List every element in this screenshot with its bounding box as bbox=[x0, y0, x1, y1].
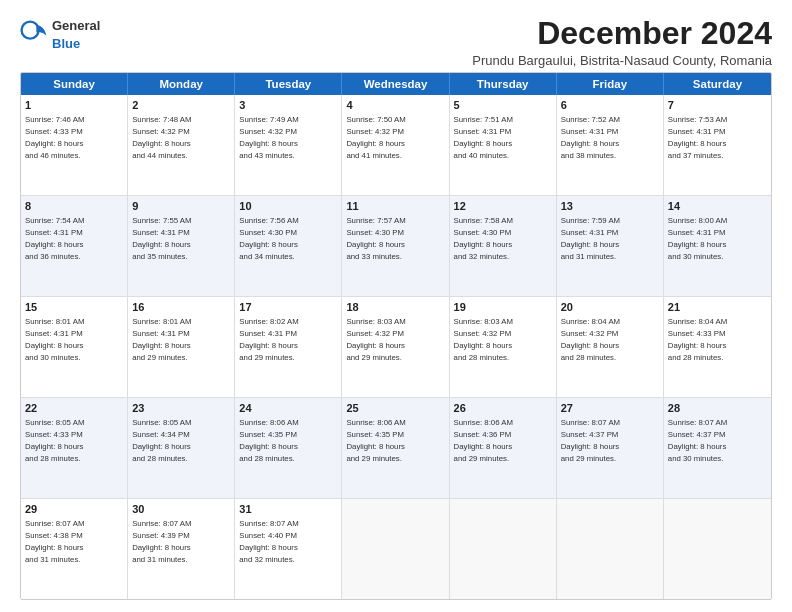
day-cell-15: 15Sunrise: 8:01 AM Sunset: 4:31 PM Dayli… bbox=[21, 297, 128, 397]
day-info: Sunrise: 7:50 AM Sunset: 4:32 PM Dayligh… bbox=[346, 115, 405, 160]
header-day-saturday: Saturday bbox=[664, 73, 771, 95]
calendar-header: SundayMondayTuesdayWednesdayThursdayFrid… bbox=[21, 73, 771, 95]
calendar-body: 1Sunrise: 7:46 AM Sunset: 4:33 PM Daylig… bbox=[21, 95, 771, 599]
logo: General Blue bbox=[20, 16, 100, 52]
day-info: Sunrise: 8:01 AM Sunset: 4:31 PM Dayligh… bbox=[132, 317, 191, 362]
day-cell-26: 26Sunrise: 8:06 AM Sunset: 4:36 PM Dayli… bbox=[450, 398, 557, 498]
day-number: 29 bbox=[25, 502, 123, 517]
day-info: Sunrise: 7:58 AM Sunset: 4:30 PM Dayligh… bbox=[454, 216, 513, 261]
day-info: Sunrise: 7:54 AM Sunset: 4:31 PM Dayligh… bbox=[25, 216, 84, 261]
day-info: Sunrise: 8:00 AM Sunset: 4:31 PM Dayligh… bbox=[668, 216, 727, 261]
calendar-row-5: 29Sunrise: 8:07 AM Sunset: 4:38 PM Dayli… bbox=[21, 499, 771, 599]
day-info: Sunrise: 8:06 AM Sunset: 4:35 PM Dayligh… bbox=[346, 418, 405, 463]
day-number: 19 bbox=[454, 300, 552, 315]
day-number: 27 bbox=[561, 401, 659, 416]
calendar-row-3: 15Sunrise: 8:01 AM Sunset: 4:31 PM Dayli… bbox=[21, 297, 771, 398]
empty-cell bbox=[342, 499, 449, 599]
day-number: 14 bbox=[668, 199, 767, 214]
day-cell-17: 17Sunrise: 8:02 AM Sunset: 4:31 PM Dayli… bbox=[235, 297, 342, 397]
day-number: 21 bbox=[668, 300, 767, 315]
day-info: Sunrise: 7:53 AM Sunset: 4:31 PM Dayligh… bbox=[668, 115, 727, 160]
day-number: 6 bbox=[561, 98, 659, 113]
month-title: December 2024 bbox=[472, 16, 772, 51]
day-info: Sunrise: 8:03 AM Sunset: 4:32 PM Dayligh… bbox=[454, 317, 513, 362]
day-info: Sunrise: 8:02 AM Sunset: 4:31 PM Dayligh… bbox=[239, 317, 298, 362]
day-cell-23: 23Sunrise: 8:05 AM Sunset: 4:34 PM Dayli… bbox=[128, 398, 235, 498]
title-block: December 2024 Prundu Bargaului, Bistrita… bbox=[472, 16, 772, 68]
day-cell-1: 1Sunrise: 7:46 AM Sunset: 4:33 PM Daylig… bbox=[21, 95, 128, 195]
day-cell-5: 5Sunrise: 7:51 AM Sunset: 4:31 PM Daylig… bbox=[450, 95, 557, 195]
day-number: 26 bbox=[454, 401, 552, 416]
day-cell-12: 12Sunrise: 7:58 AM Sunset: 4:30 PM Dayli… bbox=[450, 196, 557, 296]
day-info: Sunrise: 7:57 AM Sunset: 4:30 PM Dayligh… bbox=[346, 216, 405, 261]
header-day-thursday: Thursday bbox=[450, 73, 557, 95]
day-number: 16 bbox=[132, 300, 230, 315]
day-cell-8: 8Sunrise: 7:54 AM Sunset: 4:31 PM Daylig… bbox=[21, 196, 128, 296]
day-cell-7: 7Sunrise: 7:53 AM Sunset: 4:31 PM Daylig… bbox=[664, 95, 771, 195]
day-number: 12 bbox=[454, 199, 552, 214]
empty-cell bbox=[557, 499, 664, 599]
day-cell-27: 27Sunrise: 8:07 AM Sunset: 4:37 PM Dayli… bbox=[557, 398, 664, 498]
day-number: 3 bbox=[239, 98, 337, 113]
header-day-wednesday: Wednesday bbox=[342, 73, 449, 95]
day-info: Sunrise: 7:48 AM Sunset: 4:32 PM Dayligh… bbox=[132, 115, 191, 160]
day-info: Sunrise: 8:07 AM Sunset: 4:40 PM Dayligh… bbox=[239, 519, 298, 564]
day-cell-16: 16Sunrise: 8:01 AM Sunset: 4:31 PM Dayli… bbox=[128, 297, 235, 397]
day-cell-13: 13Sunrise: 7:59 AM Sunset: 4:31 PM Dayli… bbox=[557, 196, 664, 296]
day-cell-9: 9Sunrise: 7:55 AM Sunset: 4:31 PM Daylig… bbox=[128, 196, 235, 296]
day-info: Sunrise: 8:06 AM Sunset: 4:36 PM Dayligh… bbox=[454, 418, 513, 463]
day-number: 28 bbox=[668, 401, 767, 416]
day-info: Sunrise: 7:56 AM Sunset: 4:30 PM Dayligh… bbox=[239, 216, 298, 261]
calendar-row-2: 8Sunrise: 7:54 AM Sunset: 4:31 PM Daylig… bbox=[21, 196, 771, 297]
day-info: Sunrise: 8:04 AM Sunset: 4:33 PM Dayligh… bbox=[668, 317, 727, 362]
subtitle: Prundu Bargaului, Bistrita-Nasaud County… bbox=[472, 53, 772, 68]
day-info: Sunrise: 8:05 AM Sunset: 4:34 PM Dayligh… bbox=[132, 418, 191, 463]
day-info: Sunrise: 8:01 AM Sunset: 4:31 PM Dayligh… bbox=[25, 317, 84, 362]
page: General Blue December 2024 Prundu Bargau… bbox=[0, 0, 792, 612]
day-cell-22: 22Sunrise: 8:05 AM Sunset: 4:33 PM Dayli… bbox=[21, 398, 128, 498]
header-day-monday: Monday bbox=[128, 73, 235, 95]
day-cell-2: 2Sunrise: 7:48 AM Sunset: 4:32 PM Daylig… bbox=[128, 95, 235, 195]
day-info: Sunrise: 7:55 AM Sunset: 4:31 PM Dayligh… bbox=[132, 216, 191, 261]
day-cell-20: 20Sunrise: 8:04 AM Sunset: 4:32 PM Dayli… bbox=[557, 297, 664, 397]
day-cell-21: 21Sunrise: 8:04 AM Sunset: 4:33 PM Dayli… bbox=[664, 297, 771, 397]
day-info: Sunrise: 8:07 AM Sunset: 4:38 PM Dayligh… bbox=[25, 519, 84, 564]
day-number: 8 bbox=[25, 199, 123, 214]
day-cell-31: 31Sunrise: 8:07 AM Sunset: 4:40 PM Dayli… bbox=[235, 499, 342, 599]
svg-point-0 bbox=[22, 22, 39, 39]
day-number: 5 bbox=[454, 98, 552, 113]
calendar-row-4: 22Sunrise: 8:05 AM Sunset: 4:33 PM Dayli… bbox=[21, 398, 771, 499]
day-number: 20 bbox=[561, 300, 659, 315]
day-number: 22 bbox=[25, 401, 123, 416]
day-number: 11 bbox=[346, 199, 444, 214]
day-number: 10 bbox=[239, 199, 337, 214]
day-number: 13 bbox=[561, 199, 659, 214]
day-number: 15 bbox=[25, 300, 123, 315]
day-number: 4 bbox=[346, 98, 444, 113]
logo-general: General Blue bbox=[52, 16, 100, 52]
day-number: 18 bbox=[346, 300, 444, 315]
day-cell-6: 6Sunrise: 7:52 AM Sunset: 4:31 PM Daylig… bbox=[557, 95, 664, 195]
day-cell-4: 4Sunrise: 7:50 AM Sunset: 4:32 PM Daylig… bbox=[342, 95, 449, 195]
day-info: Sunrise: 8:06 AM Sunset: 4:35 PM Dayligh… bbox=[239, 418, 298, 463]
day-cell-10: 10Sunrise: 7:56 AM Sunset: 4:30 PM Dayli… bbox=[235, 196, 342, 296]
day-info: Sunrise: 8:05 AM Sunset: 4:33 PM Dayligh… bbox=[25, 418, 84, 463]
day-info: Sunrise: 7:59 AM Sunset: 4:31 PM Dayligh… bbox=[561, 216, 620, 261]
header-day-sunday: Sunday bbox=[21, 73, 128, 95]
day-info: Sunrise: 7:51 AM Sunset: 4:31 PM Dayligh… bbox=[454, 115, 513, 160]
day-cell-18: 18Sunrise: 8:03 AM Sunset: 4:32 PM Dayli… bbox=[342, 297, 449, 397]
day-info: Sunrise: 8:03 AM Sunset: 4:32 PM Dayligh… bbox=[346, 317, 405, 362]
day-cell-14: 14Sunrise: 8:00 AM Sunset: 4:31 PM Dayli… bbox=[664, 196, 771, 296]
day-info: Sunrise: 8:07 AM Sunset: 4:39 PM Dayligh… bbox=[132, 519, 191, 564]
day-number: 9 bbox=[132, 199, 230, 214]
day-cell-24: 24Sunrise: 8:06 AM Sunset: 4:35 PM Dayli… bbox=[235, 398, 342, 498]
header: General Blue December 2024 Prundu Bargau… bbox=[20, 16, 772, 68]
day-info: Sunrise: 8:04 AM Sunset: 4:32 PM Dayligh… bbox=[561, 317, 620, 362]
day-cell-25: 25Sunrise: 8:06 AM Sunset: 4:35 PM Dayli… bbox=[342, 398, 449, 498]
day-number: 7 bbox=[668, 98, 767, 113]
day-cell-28: 28Sunrise: 8:07 AM Sunset: 4:37 PM Dayli… bbox=[664, 398, 771, 498]
day-number: 17 bbox=[239, 300, 337, 315]
day-number: 25 bbox=[346, 401, 444, 416]
day-number: 30 bbox=[132, 502, 230, 517]
header-day-tuesday: Tuesday bbox=[235, 73, 342, 95]
